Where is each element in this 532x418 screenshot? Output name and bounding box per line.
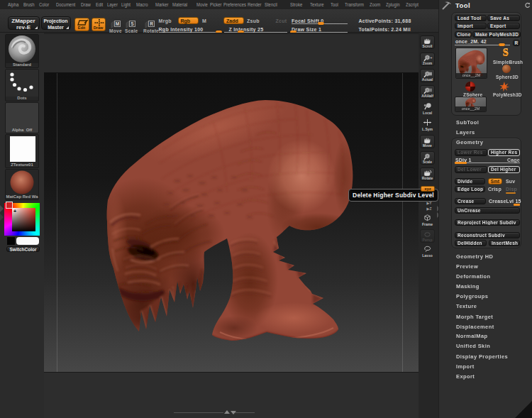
svg-text:+: + [430,55,432,60]
svg-text:R: R [150,21,153,26]
svg-text:S: S [131,21,134,26]
svg-text:M: M [116,21,119,26]
